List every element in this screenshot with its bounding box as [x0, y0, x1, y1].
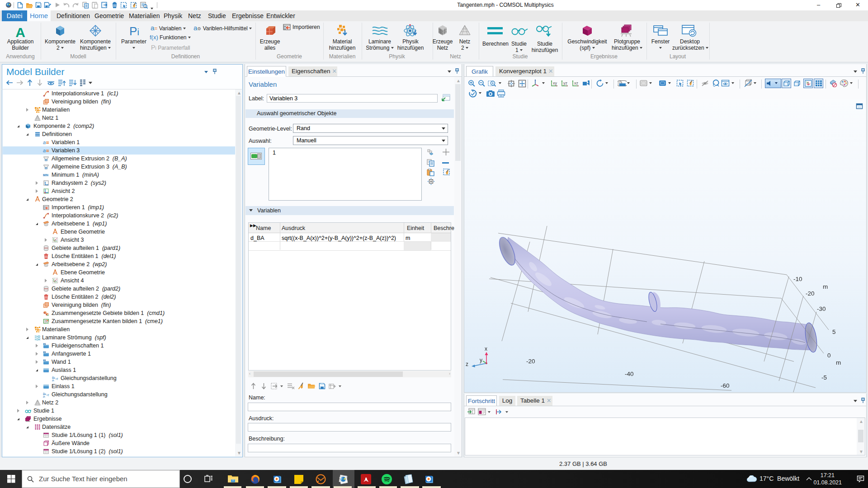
svg-text:xy: xy	[553, 81, 557, 85]
svg-text:-5: -5	[821, 374, 827, 381]
svg-text:-60: -60	[721, 382, 730, 389]
svg-text:-20: -20	[806, 290, 815, 297]
svg-text:m: m	[836, 359, 841, 366]
svg-text:yz: yz	[563, 81, 568, 85]
svg-text:-10: -10	[793, 276, 802, 282]
svg-text:xz: xz	[574, 81, 579, 85]
svg-text:z: z	[466, 361, 468, 367]
svg-text:0: 0	[827, 352, 831, 359]
svg-text:-30: -30	[817, 305, 826, 312]
svg-text:-20: -20	[526, 358, 535, 365]
svg-text:-40: -40	[625, 371, 634, 377]
svg-text:y: y	[480, 357, 482, 363]
svg-text:m: m	[823, 283, 828, 290]
svg-text:x: x	[485, 346, 487, 352]
svg-text:5: 5	[832, 328, 836, 335]
